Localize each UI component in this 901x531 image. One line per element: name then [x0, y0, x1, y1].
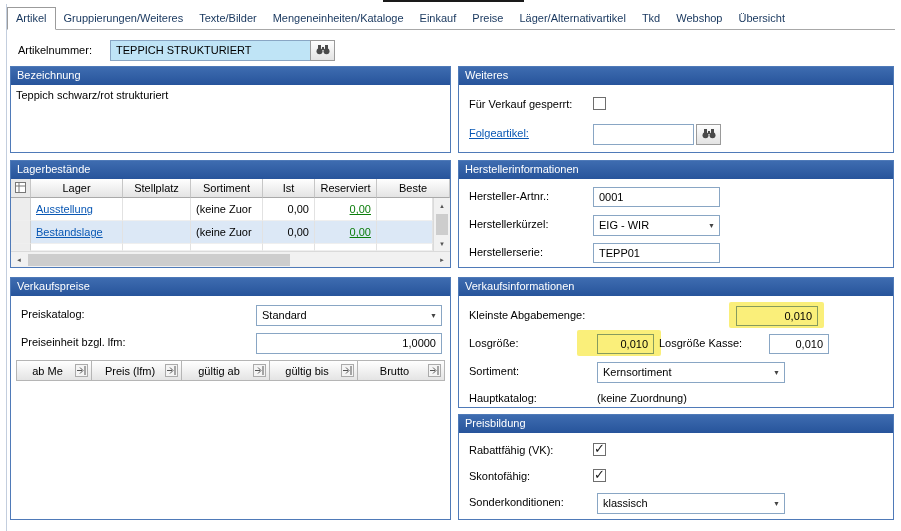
column-filter-icon[interactable]	[165, 364, 178, 377]
lager-link[interactable]: Ausstellung	[36, 203, 93, 215]
tabstrip: Artikel Gruppierungen/Weiteres Texte/Bil…	[7, 6, 895, 30]
cell-ist[interactable]	[263, 244, 315, 251]
preiskatalog-select[interactable]: Standard	[256, 305, 442, 326]
cell-beste[interactable]	[377, 198, 433, 221]
verkaufspreise-body: Preiskatalog: Standard Preiseinheit bzgl…	[11, 296, 450, 519]
bezeichnung-panel-header: Bezeichnung	[11, 67, 450, 85]
bezeichnung-panel: Bezeichnung Teppich schwarz/rot struktur…	[10, 66, 451, 153]
tab-gruppierungen-weiteres[interactable]: Gruppierungen/Weiteres	[56, 8, 192, 29]
rabattfaehig-checkbox[interactable]	[593, 443, 606, 456]
column-header-stellplatz[interactable]: Stellplatz	[123, 179, 191, 198]
skontofaehig-checkbox[interactable]	[593, 469, 606, 482]
herstellerinformationen-body: Hersteller-Artnr.: 0001 Herstellerkürzel…	[459, 179, 893, 267]
reserviert-link[interactable]: 0,00	[350, 226, 371, 238]
row-selector-header[interactable]	[11, 179, 31, 198]
sonderkonditionen-select[interactable]: klassisch	[597, 493, 785, 514]
herstellerkuerzel-select[interactable]: EIG - WIR	[593, 215, 720, 236]
losgroesse-field[interactable]: 0,010	[597, 334, 654, 354]
cell-lager[interactable]: Ausstellung	[31, 198, 123, 221]
lager-link[interactable]: Bestandslage	[36, 226, 103, 238]
folgeartikel-field[interactable]	[593, 124, 694, 145]
cell-sortiment[interactable]: (keine Zuor	[191, 221, 263, 244]
row-selector-cell[interactable]	[11, 198, 31, 221]
column-header-beste[interactable]: Beste	[377, 179, 450, 198]
cell-ist[interactable]: 0,00	[263, 198, 315, 221]
herstellerserie-field[interactable]: TEPP01	[593, 243, 720, 263]
folgeartikel-search-button[interactable]	[696, 124, 721, 145]
scroll-left-arrow[interactable]: ◄	[11, 252, 27, 267]
losgroesse-kasse-field[interactable]: 0,010	[769, 334, 829, 354]
preiseinheit-label: Preiseinheit bzgl. lfm:	[21, 336, 126, 348]
sortiment-select[interactable]: Kernsortiment	[597, 362, 785, 383]
rabattfaehig-label: Rabattfähig (VK):	[469, 444, 553, 456]
price-column-gueltig-bis[interactable]: gültig bis	[270, 360, 358, 381]
kleinste-abgabemenge-field[interactable]: 0,010	[736, 306, 818, 326]
tab-webshop[interactable]: Webshop	[668, 8, 730, 29]
verkauf-gesperrt-checkbox[interactable]	[593, 97, 606, 110]
cell-reserviert[interactable]: 0,00	[315, 221, 377, 244]
column-filter-icon[interactable]	[253, 364, 266, 377]
verkaufspreise-panel-header: Verkaufspreise	[11, 278, 450, 296]
table-row[interactable]: Bestandslage (keine Zuor 0,00 0,00	[11, 221, 433, 244]
tab-laeger-alternativartikel[interactable]: Läger/Alternativartikel	[511, 8, 633, 29]
cell-sortiment[interactable]: (keine Zuor	[191, 198, 263, 221]
tab-uebersicht[interactable]: Übersicht	[731, 8, 793, 29]
cell-lager[interactable]	[31, 244, 123, 251]
cell-reserviert[interactable]	[315, 244, 377, 251]
reserviert-link[interactable]: 0,00	[350, 203, 371, 215]
cell-lager[interactable]: Bestandslage	[31, 221, 123, 244]
price-table-body-empty[interactable]	[16, 381, 445, 515]
cell-reserviert[interactable]: 0,00	[315, 198, 377, 221]
price-column-gueltig-ab[interactable]: gültig ab	[182, 360, 270, 381]
tab-artikel[interactable]: Artikel	[7, 7, 56, 30]
weiteres-panel-header: Weiteres	[459, 67, 893, 85]
column-filter-icon[interactable]	[428, 364, 441, 377]
cell-beste[interactable]	[377, 221, 433, 244]
row-selector-cell[interactable]	[11, 221, 31, 244]
cell-beste[interactable]	[377, 244, 433, 251]
table-row[interactable]: Ausstellung (keine Zuor 0,00 0,00	[11, 198, 433, 221]
cell-ist[interactable]: 0,00	[263, 221, 315, 244]
tab-mengeneinheiten-kataloge[interactable]: Mengeneinheiten/Kataloge	[265, 8, 412, 29]
weiteres-body: Für Verkauf gesperrt: Folgeartikel:	[459, 85, 893, 152]
scroll-down-arrow[interactable]: ▼	[434, 236, 450, 251]
vertical-scroll-thumb[interactable]	[436, 214, 448, 235]
verkaufsinformationen-panel: Verkaufsinformationen Kleinste Abgabemen…	[458, 277, 894, 408]
artikelnummer-field[interactable]: TEPPICH STRUKTURIERT	[110, 40, 311, 61]
tab-einkauf[interactable]: Einkauf	[412, 8, 465, 29]
scroll-right-arrow[interactable]: ►	[434, 252, 450, 267]
price-column-ab-me[interactable]: ab Me	[16, 360, 92, 381]
table-row-partial[interactable]	[11, 244, 433, 251]
sonderkonditionen-label: Sonderkonditionen:	[469, 496, 564, 508]
cell-stellplatz[interactable]	[123, 221, 191, 244]
cell-stellplatz[interactable]	[123, 198, 191, 221]
tab-tkd[interactable]: Tkd	[634, 8, 668, 29]
tab-texte-bilder[interactable]: Texte/Bilder	[191, 8, 264, 29]
scroll-up-arrow[interactable]: ▲	[434, 198, 450, 213]
column-header-sortiment[interactable]: Sortiment	[191, 179, 263, 198]
vertical-scrollbar[interactable]: ▲ ▼	[433, 198, 450, 251]
horizontal-scrollbar[interactable]: ◄ ►	[11, 251, 450, 267]
row-selector-cell[interactable]	[11, 244, 31, 251]
herstellerinformationen-panel: Herstellerinformationen Hersteller-Artnr…	[458, 160, 894, 268]
tab-preise[interactable]: Preise	[464, 8, 511, 29]
column-header-lager[interactable]: Lager	[31, 179, 123, 198]
herstellerserie-label: Herstellerserie:	[469, 246, 543, 258]
cell-sortiment[interactable]	[191, 244, 263, 251]
folgeartikel-link[interactable]: Folgeartikel:	[469, 127, 529, 139]
column-header-ist[interactable]: Ist	[263, 179, 315, 198]
column-filter-icon[interactable]	[75, 364, 88, 377]
price-column-label: Preis (lfm)	[95, 365, 165, 377]
cell-stellplatz[interactable]	[123, 244, 191, 251]
artikelnummer-search-button[interactable]	[310, 40, 335, 61]
preiseinheit-field[interactable]: 1,0000	[256, 333, 442, 354]
price-column-brutto[interactable]: Brutto	[358, 360, 445, 381]
column-header-reserviert[interactable]: Reserviert	[315, 179, 377, 198]
bezeichnung-text[interactable]: Teppich schwarz/rot strukturiert	[16, 89, 168, 101]
column-filter-icon[interactable]	[341, 364, 354, 377]
price-column-preis-lfm[interactable]: Preis (lfm)	[92, 360, 182, 381]
hersteller-artnr-field[interactable]: 0001	[593, 187, 720, 207]
horizontal-scroll-thumb[interactable]	[28, 254, 290, 266]
price-column-label: gültig bis	[273, 365, 341, 377]
herstellerkuerzel-label: Herstellerkürzel:	[469, 218, 548, 230]
